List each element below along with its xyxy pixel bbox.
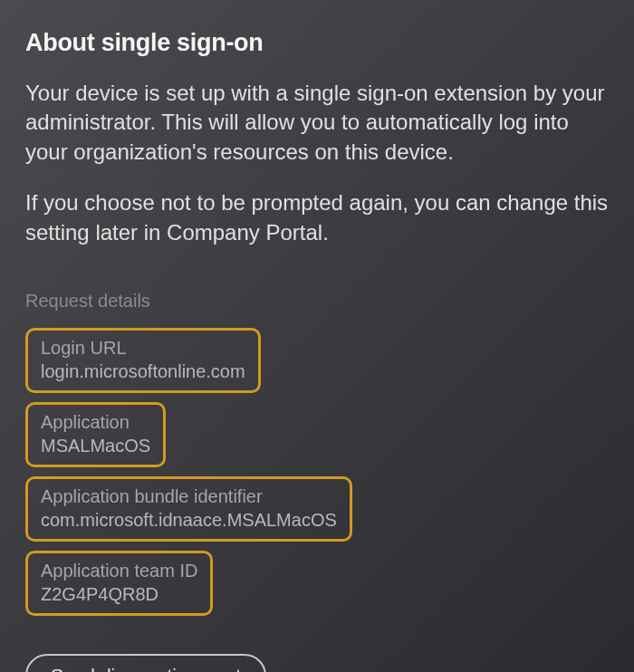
detail-label: Application team ID — [41, 559, 197, 582]
detail-login-url: Login URL login.microsoftonline.com — [25, 328, 261, 393]
detail-team-id: Application team ID Z2G4P4QR8D — [25, 551, 213, 616]
detail-label: Application — [41, 410, 150, 434]
detail-bundle-identifier: Application bundle identifier com.micros… — [25, 476, 352, 542]
page-title: About single sign-on — [25, 29, 609, 57]
description-primary: Your device is set up with a single sign… — [25, 79, 609, 167]
detail-application: Application MSALMacOS — [25, 402, 166, 467]
send-diagnostic-button[interactable]: Send diagnostic report — [25, 654, 266, 672]
detail-label: Login URL — [41, 336, 245, 360]
detail-value: MSALMacOS — [41, 434, 150, 457]
detail-value: Z2G4P4QR8D — [41, 582, 197, 606]
detail-label: Application bundle identifier — [41, 485, 337, 508]
detail-value: login.microsoftonline.com — [41, 360, 245, 383]
request-details-header: Request details — [25, 291, 609, 312]
detail-value: com.microsoft.idnaace.MSALMacOS — [41, 508, 337, 532]
description-secondary: If you choose not to be prompted again, … — [25, 188, 609, 247]
